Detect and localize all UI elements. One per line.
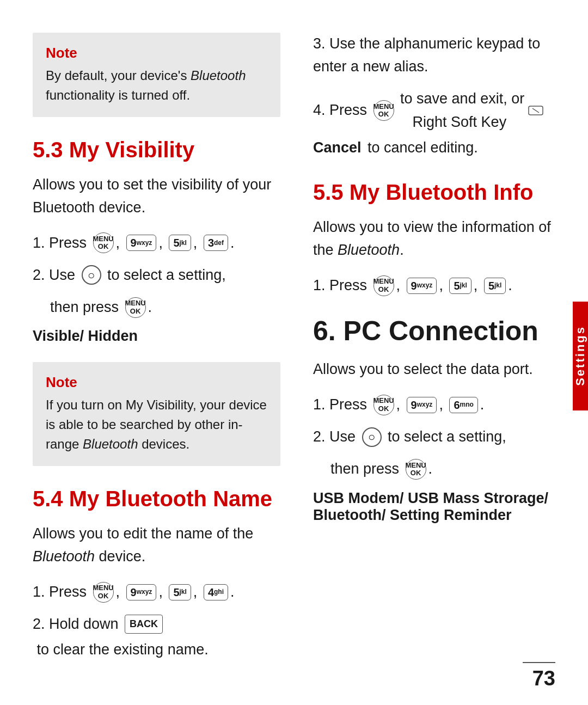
key-5-1: 5 jkl	[169, 235, 191, 251]
step-6-1: 1. Press MENUOK , 9wxyz , 6 mno .	[313, 393, 561, 416]
section-53: 5.3 My Visibility Allows you to set the …	[33, 137, 280, 345]
note-label-1: Note	[46, 45, 267, 62]
section-54-title: 5.4 My Bluetooth Name	[33, 486, 280, 512]
step-55-1: 1. Press MENUOK , 9wxyz , 5 jkl , 5 jkl …	[313, 274, 561, 297]
step-53-2: 2. Use ○ to select a setting,	[33, 263, 280, 287]
key-3-1: 3 def	[204, 235, 228, 251]
section-6: 6. PC Connection Allows you to select th…	[313, 315, 561, 523]
step-55-1-text: 1. Press MENUOK , 9wxyz , 5 jkl , 5 jkl …	[313, 274, 512, 297]
key-menu-6: MENUOK	[373, 395, 394, 415]
step-54-3-text: 3. Use the alphanumeric keypad to enter …	[313, 33, 561, 78]
step-6-2: 2. Use ○ to select a setting,	[313, 425, 561, 449]
key-6-1: 6 mno	[449, 397, 477, 413]
step-54-2: 2. Hold down BACK to clear the existing …	[33, 612, 280, 661]
key-menu-4: MENUOK	[373, 100, 394, 121]
subheading-53: Visible/ Hidden	[33, 328, 280, 345]
section-54-body: Allows you to edit the name of the Bluet…	[33, 523, 280, 568]
section-53-body: Allows you to set the visibility of your…	[33, 174, 280, 219]
subheading-6: USB Modem/ USB Mass Strorage/ Bluetooth/…	[313, 490, 561, 524]
subheading-6-text: USB Modem/ USB Mass Strorage/ Bluetooth/…	[313, 490, 548, 523]
section-6-title: 6. PC Connection	[313, 315, 561, 347]
step-54-1-text: 1. Press MENUOK , 9wxyz , 5 jkl , 4 ghi …	[33, 580, 235, 604]
key-9-3: 9wxyz	[407, 278, 437, 294]
key-5-4: 5 jkl	[484, 278, 506, 294]
step-54-3: 3. Use the alphanumeric keypad to enter …	[313, 33, 561, 78]
note-box-1: Note By default, your device's Bluetooth…	[33, 33, 280, 117]
step-6-2-text: 2. Use ○ to select a setting,	[313, 425, 506, 449]
section-53-title: 5.3 My Visibility	[33, 137, 280, 163]
step-54-4: 4. Press MENUOK to save and exit, or Rig…	[313, 87, 561, 160]
step-6-2b: then press MENUOK .	[330, 457, 561, 481]
cancel-label: Cancel	[313, 136, 362, 160]
key-menu-2: MENUOK	[125, 297, 146, 318]
key-back-1: BACK	[125, 615, 163, 634]
page-number: 73	[532, 667, 555, 690]
page-container: Note By default, your device's Bluetooth…	[0, 0, 588, 705]
step-54-1: 1. Press MENUOK , 9wxyz , 5 jkl , 4 ghi …	[33, 580, 280, 604]
nav-circle-1: ○	[82, 265, 101, 285]
note-label-2: Note	[46, 374, 267, 391]
section-54: 5.4 My Bluetooth Name Allows you to edit…	[33, 486, 280, 661]
sidebar-tab: Settings	[573, 302, 588, 410]
sidebar-label: Settings	[573, 326, 587, 386]
key-5-3: 5 jkl	[449, 278, 471, 294]
nav-circle-2: ○	[362, 427, 382, 447]
section-54-continued: 3. Use the alphanumeric keypad to enter …	[313, 33, 561, 160]
key-4-1: 4 ghi	[204, 584, 228, 600]
section-55-body: Allows you to view the information of th…	[313, 216, 561, 262]
step-6-1-text: 1. Press MENUOK , 9wxyz , 6 mno .	[313, 393, 484, 416]
key-menu-5: MENUOK	[373, 275, 394, 296]
right-column: 3. Use the alphanumeric keypad to enter …	[302, 33, 561, 679]
section-55-title: 5.5 My Bluetooth Info	[313, 179, 561, 205]
note-box-2: Note If you turn on My Visibility, your …	[33, 362, 280, 466]
key-menu-3: MENUOK	[93, 582, 114, 603]
note-text-2: If you turn on My Visibility, your devic…	[46, 395, 267, 454]
key-5-2: 5 jkl	[169, 584, 191, 600]
key-menu-7: MENUOK	[406, 459, 426, 480]
main-content: Note By default, your device's Bluetooth…	[0, 0, 588, 705]
key-9-4: 9wxyz	[407, 397, 437, 413]
section-55: 5.5 My Bluetooth Info Allows you to view…	[313, 179, 561, 297]
soft-key-icon-cancel	[528, 106, 543, 115]
step-54-2-text: 2. Hold down BACK to clear the existing …	[33, 612, 280, 661]
key-9-1: 9wxyz	[126, 235, 157, 251]
key-9-2: 9wxyz	[126, 584, 157, 600]
note-text-1: By default, your device's Bluetooth func…	[46, 66, 267, 105]
key-menu-1: MENUOK	[93, 232, 114, 253]
step-53-2-text: 2. Use ○ to select a setting,	[33, 263, 226, 287]
step-54-4-text: 4. Press MENUOK to save and exit, or Rig…	[313, 87, 561, 160]
left-column: Note By default, your device's Bluetooth…	[33, 33, 280, 679]
section-6-body: Allows you to select the data port.	[313, 358, 561, 381]
step-53-2b: then press MENUOK .	[50, 296, 280, 319]
step-53-1-text: 1. Press MENUOK , 9wxyz , 5 jkl , 3 def …	[33, 231, 235, 255]
step-53-1: 1. Press MENUOK , 9wxyz , 5 jkl , 3 def …	[33, 231, 280, 255]
divider-line	[523, 662, 555, 663]
